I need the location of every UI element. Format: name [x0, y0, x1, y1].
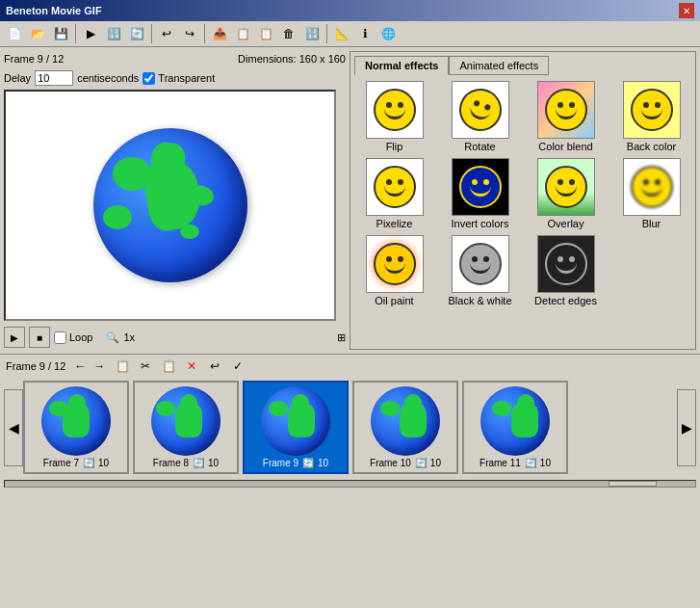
- scrollbar-thumb[interactable]: [609, 481, 657, 487]
- frame-7-label: Frame 7: [43, 458, 79, 468]
- transparent-checkbox-label[interactable]: Transparent: [143, 72, 215, 85]
- effect-colorblend-thumb: [537, 81, 595, 139]
- status-paste-button[interactable]: 📋: [160, 357, 177, 375]
- open-button[interactable]: 📂: [27, 23, 48, 44]
- frame-11-delay: 10: [540, 458, 551, 468]
- frame-thumb-10[interactable]: Frame 10 🔄 10: [352, 381, 458, 474]
- frame-10-delay: 10: [430, 458, 441, 468]
- effect-pixelize-label: Pixelize: [376, 218, 413, 229]
- frames-area: ◀ Frame 7 🔄 10: [0, 377, 700, 478]
- effect-backcolor[interactable]: Back color: [611, 81, 691, 152]
- effect-colorblend-label: Color blend: [538, 141, 592, 152]
- left-panel: Frame 9 / 12 Dimensions: 160 x 160 Delay…: [4, 51, 346, 350]
- refresh-button[interactable]: 🔄: [126, 23, 147, 44]
- effect-oilpaint[interactable]: Oil paint: [354, 235, 434, 306]
- frame-globe-10: [371, 386, 440, 456]
- delete-button[interactable]: 🗑: [278, 23, 299, 44]
- effect-backcolor-label: Back color: [627, 141, 676, 152]
- effect-overlay[interactable]: Overlay: [526, 158, 606, 229]
- transparent-label: Transparent: [158, 72, 215, 84]
- status-bar: Frame 9 / 12 ← → 📋 ✂ 📋 ✕ ↩ ✓: [0, 354, 700, 377]
- crop-button[interactable]: 📐: [331, 23, 352, 44]
- status-nav: ← →: [71, 357, 108, 375]
- redo-button[interactable]: ↪: [179, 23, 200, 44]
- prev-frame-button[interactable]: ←: [71, 357, 89, 375]
- effect-rotate[interactable]: Rotate: [440, 81, 520, 152]
- frames-next-button[interactable]: ▶: [677, 389, 696, 466]
- frame-thumb-11[interactable]: Frame 11 🔄 10: [462, 381, 568, 474]
- effect-colorblend[interactable]: Color blend: [526, 81, 606, 152]
- stop-control[interactable]: ■: [29, 327, 50, 348]
- undo-button[interactable]: ↩: [156, 23, 177, 44]
- frame-11-info: Frame 11 🔄 10: [480, 458, 551, 468]
- frame-11-delay-icon: 🔄: [525, 458, 536, 468]
- effect-invertcolors[interactable]: Invert colors: [440, 158, 520, 229]
- status-copy-button[interactable]: 📋: [114, 357, 131, 375]
- effect-pixelize[interactable]: Pixelize: [354, 158, 434, 229]
- info-button[interactable]: ℹ: [354, 23, 376, 44]
- frame-8-label: Frame 8: [153, 458, 189, 468]
- frame-thumb-7[interactable]: Frame 7 🔄 10: [23, 381, 129, 474]
- loop-label[interactable]: Loop: [54, 331, 92, 344]
- save-button[interactable]: 💾: [50, 23, 71, 44]
- number2-button[interactable]: 🔢: [301, 23, 323, 44]
- separator-3: [204, 24, 205, 43]
- loop-checkbox[interactable]: [54, 331, 66, 344]
- frame-7-info: Frame 7 🔄 10: [43, 458, 109, 468]
- effect-blur[interactable]: Blur: [611, 158, 691, 229]
- status-confirm-button[interactable]: ✓: [229, 357, 246, 375]
- close-button[interactable]: ✕: [679, 3, 694, 18]
- tab-animated-effects[interactable]: Animated effects: [449, 56, 549, 75]
- effect-oilpaint-thumb: [366, 235, 424, 293]
- effect-overlay-label: Overlay: [548, 218, 584, 229]
- status-frame-label: Frame 9 / 12: [6, 360, 65, 372]
- frame-9-delay-icon: 🔄: [302, 458, 314, 468]
- number-button[interactable]: 🔢: [103, 23, 124, 44]
- effect-flip-label: Flip: [386, 141, 403, 152]
- frame-counter: Frame 9 / 12: [4, 53, 64, 65]
- zoom-icon: 🔍: [106, 331, 119, 344]
- frame-8-delay: 10: [208, 458, 219, 468]
- separator-1: [75, 24, 76, 43]
- main-content: Frame 9 / 12 Dimensions: 160 x 160 Delay…: [0, 47, 700, 354]
- play-button[interactable]: ▶: [80, 23, 101, 44]
- status-undo-button[interactable]: ↩: [206, 357, 223, 375]
- export-button[interactable]: 📤: [209, 23, 230, 44]
- frame-globe-7: [41, 386, 111, 456]
- window-title: Beneton Movie GIF: [6, 5, 102, 16]
- resize-icon: ⊞: [337, 331, 346, 344]
- effect-rotate-label: Rotate: [464, 141, 495, 152]
- frames-scrollbar[interactable]: [4, 478, 696, 489]
- paste-button[interactable]: 📋: [255, 23, 276, 44]
- effect-blur-thumb: [623, 158, 681, 216]
- title-bar: Beneton Movie GIF ✕: [0, 0, 700, 21]
- frame-info-row: Frame 9 / 12 Dimensions: 160 x 160: [4, 51, 346, 66]
- tab-normal-effects[interactable]: Normal effects: [354, 56, 449, 75]
- status-delete-button[interactable]: ✕: [183, 357, 200, 375]
- delay-input[interactable]: [35, 70, 73, 86]
- right-panel: Normal effects Animated effects Flip: [350, 51, 696, 350]
- transparent-checkbox[interactable]: [143, 72, 155, 85]
- frame-thumb-8[interactable]: Frame 8 🔄 10: [133, 381, 239, 474]
- play-control[interactable]: ▶: [4, 327, 25, 348]
- status-cut-button[interactable]: ✂: [137, 357, 154, 375]
- frame-10-label: Frame 10: [370, 458, 411, 468]
- web-button[interactable]: 🌐: [377, 23, 399, 44]
- frame-9-label: Frame 9: [263, 458, 298, 468]
- effect-detectedges-thumb: [537, 235, 595, 293]
- frame-thumb-9[interactable]: Frame 9 🔄 10: [243, 381, 349, 474]
- effect-blackwhite[interactable]: Black & white: [440, 235, 520, 306]
- frames-prev-button[interactable]: ◀: [4, 389, 23, 466]
- frame-10-info: Frame 10 🔄 10: [370, 458, 441, 468]
- scrollbar-track[interactable]: [4, 480, 696, 488]
- canvas-area: [4, 90, 336, 321]
- copy-button[interactable]: 📋: [232, 23, 253, 44]
- effect-detectedges[interactable]: Detect edges: [526, 235, 606, 306]
- effect-flip-thumb: [366, 81, 424, 139]
- playback-bar: ▶ ■ Loop 🔍 1x ⊞: [4, 325, 346, 350]
- effect-flip[interactable]: Flip: [354, 81, 434, 152]
- next-frame-button[interactable]: →: [91, 357, 108, 375]
- new-button[interactable]: 📄: [4, 23, 25, 44]
- effect-detectedges-label: Detect edges: [534, 295, 597, 306]
- effect-backcolor-thumb: [623, 81, 681, 139]
